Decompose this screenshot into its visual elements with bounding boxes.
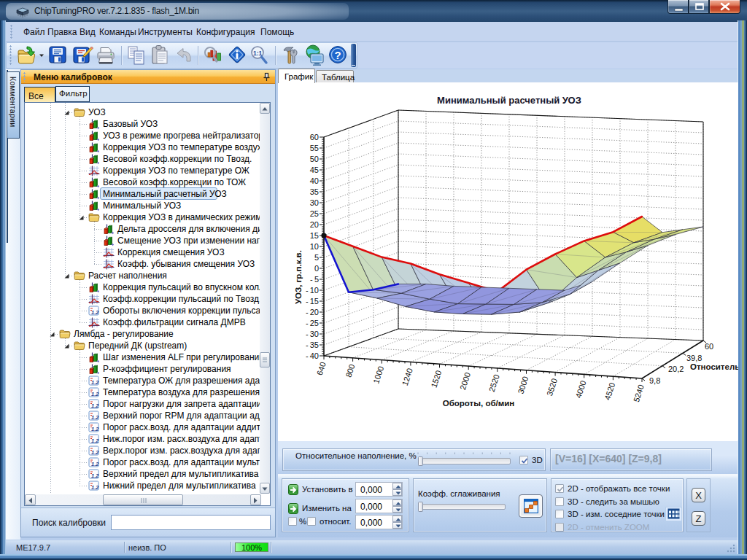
svg-text:0: 0 (314, 264, 319, 273)
svg-text:1.2: 1.2 (91, 472, 99, 479)
svg-text:55: 55 (310, 144, 319, 152)
svg-text:39,8: 39,8 (686, 354, 702, 362)
svg-text:1.2: 1.2 (91, 309, 99, 316)
svg-text:УОЗ, гр.п.к.в.: УОЗ, гр.п.к.в. (294, 250, 303, 304)
svg-text:15: 15 (310, 231, 319, 240)
svg-text:25: 25 (310, 209, 319, 218)
svg-text:- 5: - 5 (310, 275, 319, 284)
svg-text:Обороты, об/мин: Обороты, об/мин (443, 399, 515, 408)
svg-text:30: 30 (310, 198, 319, 207)
svg-text:Относительное наполнение, %: Относительное наполнение, % (690, 362, 738, 371)
svg-text:45: 45 (310, 166, 319, 174)
svg-text:1.2: 1.2 (91, 484, 99, 491)
svg-text:1.2: 1.2 (91, 391, 99, 397)
svg-text:1.2: 1.2 (91, 426, 99, 432)
svg-text:5: 5 (314, 253, 319, 262)
svg-text:20: 20 (310, 220, 319, 229)
svg-text:1.2: 1.2 (91, 438, 99, 444)
svg-text:1.2: 1.2 (91, 402, 99, 409)
svg-text:35: 35 (310, 187, 319, 196)
svg-text:- 25: - 25 (306, 319, 319, 327)
svg-text:9,8: 9,8 (649, 376, 660, 385)
svg-text:60: 60 (705, 342, 713, 351)
svg-text:- 40: - 40 (306, 351, 319, 360)
svg-text:1.2: 1.2 (91, 414, 99, 421)
svg-text:?: ? (335, 49, 341, 61)
svg-text:- 10: - 10 (306, 286, 319, 295)
svg-text:1:1: 1:1 (253, 50, 263, 57)
svg-text:10: 10 (310, 242, 319, 251)
svg-text:Минимальный расчетный УОЗ: Минимальный расчетный УОЗ (437, 95, 581, 106)
svg-text:- 15: - 15 (306, 297, 319, 306)
svg-text:1.2: 1.2 (91, 461, 99, 467)
svg-text:50: 50 (310, 155, 319, 163)
svg-text:- 20: - 20 (306, 308, 319, 316)
svg-text:1.2: 1.2 (91, 379, 99, 386)
svg-text:60: 60 (310, 133, 319, 141)
svg-text:40: 40 (310, 176, 319, 185)
svg-text:- 30: - 30 (306, 330, 319, 338)
svg-text:20,2: 20,2 (668, 365, 684, 373)
svg-text:- 35: - 35 (306, 341, 319, 349)
